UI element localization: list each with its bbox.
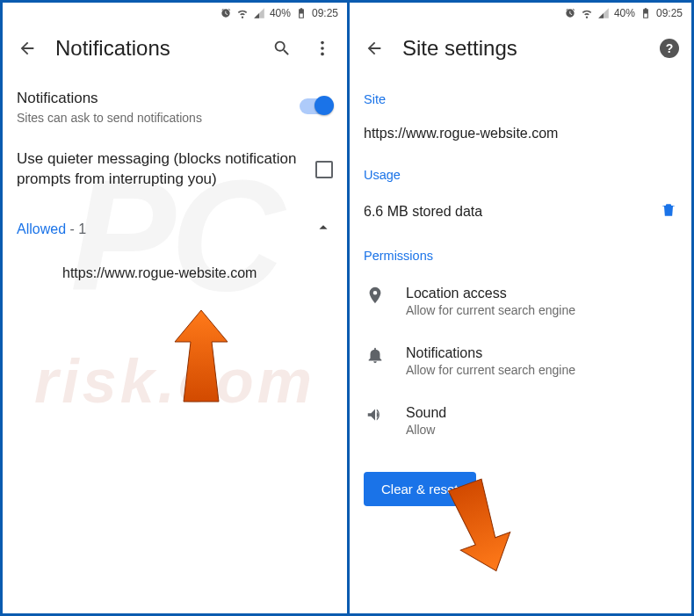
usage-row: 6.6 MB stored data (364, 191, 677, 233)
sound-icon (364, 405, 387, 424)
perm-notif-title: Notifications (406, 345, 677, 361)
clock-time: 09:25 (656, 7, 683, 19)
svg-point-0 (321, 41, 324, 45)
bell-icon (364, 345, 387, 365)
chevron-up-icon (314, 218, 333, 241)
status-bar: 40% 09:25 (350, 3, 691, 24)
battery-icon (295, 7, 307, 19)
perm-notifications-row[interactable]: Notifications Allow for current search e… (364, 331, 677, 391)
section-site: Site (364, 76, 677, 115)
signal-icon (597, 7, 610, 19)
usage-text: 6.6 MB stored data (364, 204, 482, 220)
perm-notif-sub: Allow for current search engine (406, 363, 677, 377)
quiet-checkbox[interactable] (315, 161, 333, 178)
battery-percent: 40% (270, 7, 291, 19)
appbar: Notifications (3, 24, 347, 76)
svg-point-2 (321, 53, 324, 56)
notif-toggle-sub: Sites can ask to send notifications (17, 111, 286, 125)
signal-icon (253, 7, 265, 19)
allowed-site-item[interactable]: https://www.rogue-website.com (17, 250, 333, 297)
quiet-title: Use quieter messaging (blocks notificati… (17, 149, 301, 190)
alarm-icon (564, 7, 576, 19)
page-title: Notifications (55, 36, 254, 61)
back-icon[interactable] (362, 36, 387, 61)
allowed-label: Allowed - 1 (17, 221, 86, 237)
clear-reset-button[interactable]: Clear & reset (364, 472, 476, 506)
allowed-section[interactable]: Allowed - 1 (17, 202, 333, 250)
notifications-toggle[interactable] (300, 98, 333, 114)
section-permissions: Permissions (364, 233, 677, 272)
pane-notifications: PC risk.com 40% 09:25 Notifications (3, 3, 347, 613)
wifi-icon (236, 7, 249, 19)
alarm-icon (220, 7, 232, 19)
battery-icon (640, 7, 652, 19)
watermark-risk: risk.com (34, 346, 315, 417)
page-title: Site settings (402, 36, 644, 61)
perm-location-row[interactable]: Location access Allow for current search… (364, 272, 677, 331)
perm-sound-row[interactable]: Sound Allow (364, 391, 677, 451)
notifications-toggle-row[interactable]: Notifications Sites can ask to send noti… (17, 76, 333, 137)
notif-toggle-title: Notifications (17, 89, 286, 109)
perm-location-title: Location access (406, 286, 677, 301)
arrow-annotation (166, 310, 236, 407)
clock-time: 09:25 (312, 7, 338, 19)
help-icon[interactable]: ? (660, 39, 679, 58)
pane-site-settings: 40% 09:25 Site settings ? Site https://w… (347, 3, 691, 613)
section-usage: Usage (364, 152, 677, 191)
site-url: https://www.rogue-website.com (364, 115, 677, 152)
quiet-messaging-row[interactable]: Use quieter messaging (blocks notificati… (17, 137, 333, 202)
perm-sound-title: Sound (406, 405, 677, 421)
perm-sound-sub: Allow (406, 423, 677, 437)
location-icon (364, 286, 387, 305)
perm-location-sub: Allow for current search engine (406, 303, 677, 317)
battery-percent: 40% (614, 7, 635, 19)
status-bar: 40% 09:25 (3, 3, 347, 24)
svg-point-1 (321, 47, 324, 50)
search-icon[interactable] (270, 36, 294, 61)
menu-dots-icon[interactable] (310, 36, 335, 61)
wifi-icon (581, 7, 593, 19)
appbar: Site settings ? (350, 24, 691, 76)
trash-icon[interactable] (660, 201, 677, 222)
back-icon[interactable] (15, 36, 40, 61)
